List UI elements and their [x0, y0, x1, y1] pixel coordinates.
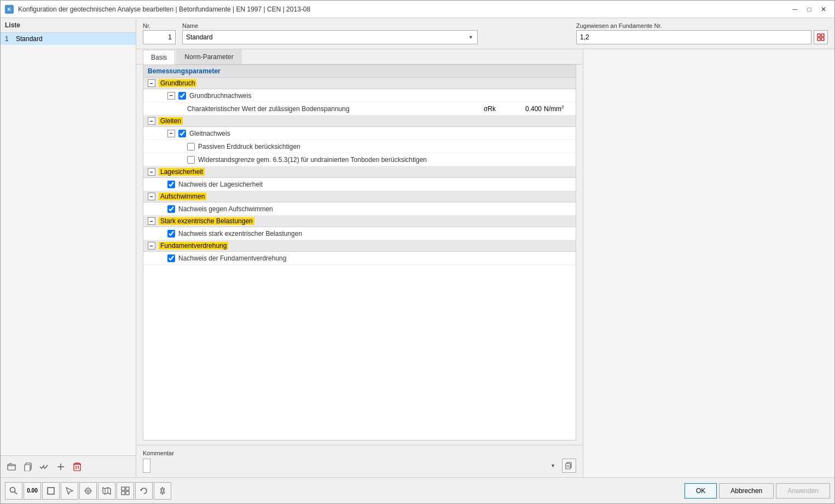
nr-label: Nr. — [143, 22, 176, 29]
search-icon — [9, 486, 18, 495]
delete-icon — [73, 462, 81, 471]
passiven-erddruck-label: Passiven Erddruck berücksichtigen — [198, 143, 571, 150]
name-select[interactable]: Standard — [182, 30, 478, 44]
name-group: Name Standard — [182, 22, 478, 44]
app-icon: K — [5, 5, 14, 14]
double-check-icon — [39, 462, 49, 471]
check-check-button[interactable] — [37, 459, 52, 474]
aufschwimmen-nachweis-checkbox[interactable] — [167, 205, 175, 213]
aufschwimmen-rows: Nachweis gegen Aufschwimmen — [143, 202, 576, 216]
uncheck-button[interactable] — [53, 459, 68, 474]
gleitnachweis-label: Gleitnachweis — [189, 130, 571, 137]
bottom-toolbar: 0.00 — [1, 477, 834, 503]
stark-exzentrische-header: − Stark exzentrische Belastungen — [143, 216, 576, 227]
copy-button[interactable] — [20, 459, 36, 474]
map-tool-button[interactable] — [98, 482, 115, 500]
main-window: K Konfiguration der geotechnischen Analy… — [0, 0, 835, 504]
grundbruchnachweis-toggle[interactable]: − — [167, 92, 175, 100]
copy-icon — [24, 462, 32, 471]
widerstandsgrenze-label: Widerstandsgrenze gem. 6.5.3(12) für und… — [198, 156, 571, 164]
gleitnachweis-checkbox[interactable] — [178, 130, 186, 137]
svg-marker-20 — [66, 488, 73, 494]
title-bar: K Konfiguration der geotechnischen Analy… — [1, 1, 834, 18]
nr-input[interactable] — [143, 30, 176, 44]
aufschwimmen-nachweis-row: Nachweis gegen Aufschwimmen — [143, 202, 576, 216]
aufschwimmen-toggle[interactable]: − — [148, 193, 155, 200]
name-select-wrapper: Standard — [182, 30, 478, 44]
svg-rect-11 — [817, 38, 820, 40]
grundbruchnachweis-label: Grundbruchnachweis — [189, 92, 571, 100]
box-tool-button[interactable] — [42, 482, 60, 500]
fundamentverdrehung-nachweis-checkbox[interactable] — [167, 254, 175, 262]
list-container: 1 Standard — [1, 33, 136, 455]
grundbruch-header: − Grundbruch — [143, 78, 576, 89]
main-content: Liste 1 Standard — [1, 18, 834, 477]
map-icon — [102, 486, 111, 495]
tabs-bar: Basis Norm-Parameter — [136, 49, 583, 65]
delete-button[interactable] — [69, 459, 85, 474]
widerstandsgrenze-row: Widerstandsgrenze gem. 6.5.3(12) für und… — [143, 153, 576, 166]
lagesicherheit-nachweis-row: Nachweis der Lagesicherheit — [143, 178, 576, 191]
exzentrisch-nachweis-checkbox[interactable] — [167, 230, 175, 237]
settings-tool-button[interactable] — [154, 482, 171, 500]
minimize-button[interactable]: ─ — [788, 4, 802, 15]
params-area: Bemessungsparameter − Grundbruch − Grund… — [143, 65, 576, 441]
lagesicherheit-toggle[interactable]: − — [148, 168, 155, 176]
close-button[interactable]: ✕ — [817, 4, 830, 15]
grundbruch-title: Grundbruch — [159, 79, 196, 87]
fundamentverdrehung-toggle[interactable]: − — [148, 242, 155, 250]
fundamentverdrehung-nachweis-row: Nachweis der Fundamentverdrehung — [143, 252, 576, 265]
grundbruchnachweis-checkbox[interactable] — [178, 92, 186, 100]
ok-button[interactable]: OK — [685, 483, 717, 499]
svg-rect-14 — [566, 464, 570, 469]
svg-rect-9 — [817, 34, 820, 37]
gleitnachweis-row: − Gleitnachweis — [143, 127, 576, 140]
stark-exzentrische-toggle[interactable]: − — [148, 217, 155, 225]
svg-rect-2 — [25, 465, 30, 471]
gleitnachweis-toggle[interactable]: − — [167, 130, 175, 137]
svg-point-17 — [10, 487, 15, 492]
apply-button[interactable]: Anwenden — [776, 483, 830, 499]
comment-select[interactable] — [143, 459, 150, 473]
zero-tool-button[interactable]: 0.00 — [24, 482, 41, 500]
assigned-panel: Zugewiesen an Fundamente Nr. — [576, 22, 828, 44]
svg-rect-32 — [121, 491, 125, 495]
grid-tool-button[interactable] — [117, 482, 134, 500]
add-folder-button[interactable] — [4, 459, 19, 474]
folder-add-icon — [7, 462, 16, 471]
fundamentverdrehung-title: Fundamentverdrehung — [159, 242, 228, 250]
name-label: Name — [182, 22, 478, 29]
stark-exzentrische-rows: Nachweis stark exzentrischer Belastungen — [143, 227, 576, 240]
gleiten-toggle[interactable]: − — [148, 117, 155, 125]
assigned-input[interactable] — [576, 30, 811, 44]
list-item[interactable]: 1 Standard — [1, 33, 136, 45]
maximize-button[interactable]: □ — [803, 4, 816, 15]
tab-basis[interactable]: Basis — [143, 50, 175, 65]
grundbruch-toggle[interactable]: − — [148, 79, 155, 87]
settings-icon — [158, 486, 167, 495]
passiven-erddruck-row: Passiven Erddruck berücksichtigen — [143, 140, 576, 153]
cancel-button[interactable]: Abbrechen — [719, 483, 774, 499]
uncheck-icon — [56, 462, 65, 471]
svg-marker-27 — [103, 488, 111, 494]
passiven-erddruck-checkbox[interactable] — [187, 143, 195, 150]
right-content: Nr. Name Standard Zugewiesen an Fundamen… — [136, 18, 834, 477]
comment-area: Kommentar — [136, 445, 583, 477]
list-item-label: Standard — [16, 35, 43, 43]
title-bar-left: K Konfiguration der geotechnischen Analy… — [5, 5, 310, 14]
target-tool-button[interactable] — [79, 482, 97, 500]
comment-copy-button[interactable] — [562, 459, 576, 473]
undo-tool-button[interactable] — [135, 482, 153, 500]
svg-rect-30 — [121, 487, 125, 490]
assigned-select-button[interactable] — [814, 30, 828, 44]
cursor-tool-button[interactable] — [61, 482, 78, 500]
aufschwimmen-header: − Aufschwimmen — [143, 191, 576, 202]
search-tool-button[interactable] — [5, 482, 22, 500]
lagesicherheit-nachweis-checkbox[interactable] — [167, 181, 175, 188]
aufschwimmen-nachweis-label: Nachweis gegen Aufschwimmen — [178, 205, 571, 213]
content-row: Basis Norm-Parameter Bemessungsparameter… — [136, 49, 834, 477]
bottom-right-actions: OK Abbrechen Anwenden — [685, 483, 830, 499]
tab-norm[interactable]: Norm-Parameter — [176, 49, 241, 64]
widerstandsgrenze-checkbox[interactable] — [187, 156, 195, 164]
cursor-icon — [65, 486, 74, 495]
